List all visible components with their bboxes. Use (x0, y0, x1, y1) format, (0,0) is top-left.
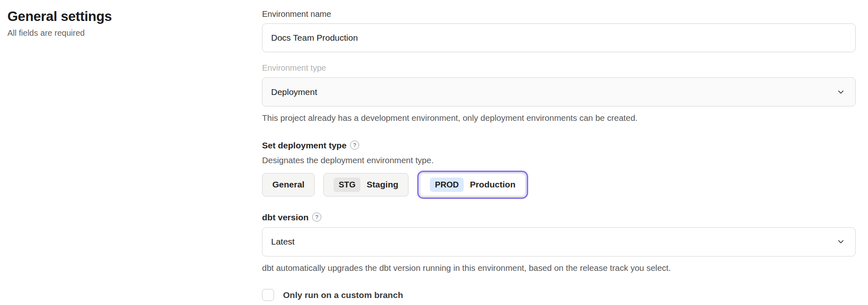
chevron-down-icon (836, 237, 845, 246)
deployment-type-production-button[interactable]: PROD Production (420, 173, 526, 196)
general-settings-form: Environment name Environment type Deploy… (262, 9, 856, 301)
custom-branch-label[interactable]: Only run on a custom branch (283, 290, 403, 300)
environment-name-label: Environment name (262, 9, 856, 19)
dbt-version-helper: dbt automatically upgrades the dbt versi… (262, 262, 856, 274)
deployment-type-general-label: General (272, 180, 304, 189)
dbt-version-value: Latest (271, 237, 295, 247)
deployment-type-helper: Designates the deployment environment ty… (262, 155, 856, 166)
deployment-type-staging-label: Staging (367, 180, 398, 189)
dbt-version-select[interactable]: Latest (262, 227, 856, 256)
environment-type-value: Deployment (271, 87, 317, 97)
deployment-type-staging-button[interactable]: STG Staging (323, 173, 408, 196)
deployment-type-general-button[interactable]: General (262, 173, 315, 196)
chevron-down-icon (836, 88, 845, 97)
environment-type-helper: This project already has a development e… (262, 112, 856, 124)
page-title: General settings (7, 8, 238, 25)
dbt-version-section: dbt version ? (262, 212, 856, 222)
custom-branch-checkbox[interactable] (262, 289, 274, 301)
custom-branch-row: Only run on a custom branch (262, 289, 856, 301)
help-icon[interactable]: ? (350, 141, 359, 150)
settings-header: General settings All fields are required (7, 8, 238, 38)
deployment-type-options: General STG Staging PROD Production (262, 173, 856, 196)
dbt-version-label: dbt version (262, 212, 309, 222)
environment-type-select[interactable]: Deployment (262, 77, 856, 106)
staging-badge: STG (334, 178, 360, 192)
environment-type-label: Environment type (262, 63, 856, 73)
deployment-type-production-label: Production (470, 180, 515, 189)
page-subtitle: All fields are required (7, 28, 238, 38)
production-badge: PROD (430, 178, 464, 192)
help-icon[interactable]: ? (312, 213, 321, 222)
deployment-type-label: Set deployment type (262, 140, 346, 150)
deployment-type-section: Set deployment type ? (262, 140, 856, 150)
environment-name-input[interactable] (262, 23, 856, 52)
